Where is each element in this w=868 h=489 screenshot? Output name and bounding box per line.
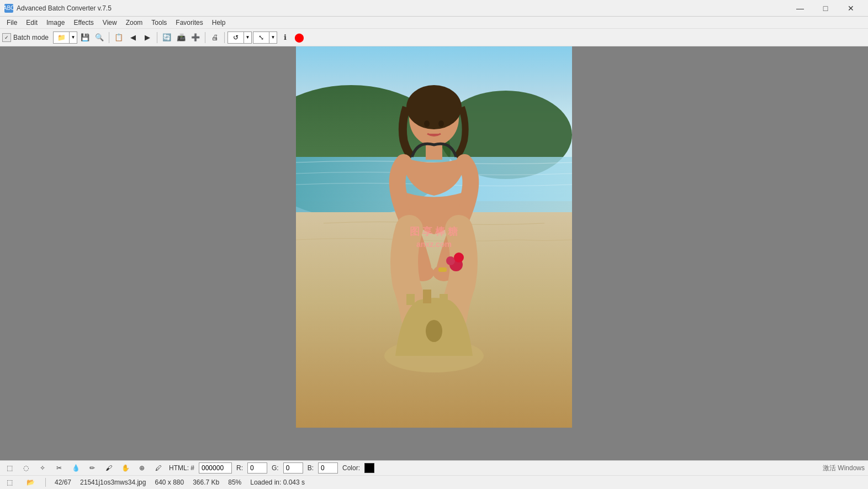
r-label: R: xyxy=(236,464,243,472)
svg-point-6 xyxy=(406,85,462,129)
image-filename: 21541j1os3mws34.jpg xyxy=(80,479,146,486)
menu-zoom[interactable]: Zoom xyxy=(121,17,147,28)
toolbar: ✓ Batch mode 📁 ▼ 💾 🔍 📋 ◀ ▶ 🔄 📠 ➕ 🖨 ↺ ▼ ⤡… xyxy=(0,29,868,46)
tool-lasso[interactable]: ◌ xyxy=(20,462,32,474)
batch-mode-checkbox[interactable]: ✓ xyxy=(2,33,11,42)
title-bar: ABC Advanced Batch Converter v.7.5 — □ ✕ xyxy=(0,0,868,17)
tool-eyedropper[interactable]: 💧 xyxy=(70,462,82,474)
svg-point-13 xyxy=(446,256,455,265)
app-icon: ABC xyxy=(4,4,13,13)
next-button[interactable]: ▶ xyxy=(141,31,154,44)
folder-icon: 📁 xyxy=(54,31,69,44)
svg-point-20 xyxy=(426,320,442,342)
html-value-input[interactable] xyxy=(199,462,232,474)
toolbar-sep-4 xyxy=(224,32,225,43)
image-display: 图 享 棒 糖 anxz.com xyxy=(296,46,572,428)
svg-rect-18 xyxy=(423,290,431,303)
tool-select[interactable]: ⬚ xyxy=(3,462,15,474)
title-bar-left: ABC Advanced Batch Converter v.7.5 xyxy=(4,4,112,13)
copy-button[interactable]: 📋 xyxy=(112,31,125,44)
image-zoom: 85% xyxy=(228,479,241,486)
status-sep-1 xyxy=(45,478,46,487)
transform-dropdown[interactable]: ⤡ ▼ xyxy=(253,31,277,44)
maximize-button[interactable]: □ xyxy=(813,0,838,17)
color-swatch xyxy=(364,463,374,473)
toolbar-sep-2 xyxy=(157,32,157,43)
image-svg xyxy=(296,46,572,428)
transform-dropdown-arrow: ▼ xyxy=(269,31,277,44)
status-bar: ⬚ ◌ ✧ ✂ 💧 ✏ 🖌 ✋ ⊕ 🖊 HTML: # R: G: B: Col… xyxy=(0,460,868,489)
menu-edit[interactable]: Edit xyxy=(22,17,42,28)
menu-view[interactable]: View xyxy=(98,17,121,28)
tool-brush[interactable]: 🖌 xyxy=(103,462,115,474)
folder-dropdown[interactable]: 📁 ▼ xyxy=(53,31,77,44)
image-container: 图 享 棒 糖 anxz.com xyxy=(296,46,572,428)
image-index: 42/67 xyxy=(55,479,71,486)
save-button[interactable]: 💾 xyxy=(78,31,92,44)
menu-bar: File Edit Image Effects View Zoom Tools … xyxy=(0,17,868,29)
rotate-dropdown-arrow: ▼ xyxy=(244,31,251,44)
image-loaded: Loaded in: 0.043 s xyxy=(250,479,305,486)
image-filesize: 366.7 Kb xyxy=(193,479,219,486)
g-label: G: xyxy=(272,464,279,472)
tool-pen[interactable]: 🖊 xyxy=(152,462,165,474)
refresh-button[interactable]: 🔄 xyxy=(160,31,173,44)
status-bar-bottom: ⬚ 📂 42/67 21541j1os3mws34.jpg 640 x 880 … xyxy=(0,476,868,489)
minimize-button[interactable]: — xyxy=(787,0,813,17)
menu-effects[interactable]: Effects xyxy=(69,17,98,28)
app-title: Advanced Batch Converter v.7.5 xyxy=(17,4,112,12)
scan-button[interactable]: 📠 xyxy=(174,31,188,44)
color-label: Color: xyxy=(342,464,360,472)
tool-hand[interactable]: ✋ xyxy=(119,462,131,474)
batch-mode-area: ✓ Batch mode xyxy=(2,33,49,42)
tool-pencil[interactable]: ✏ xyxy=(86,462,98,474)
toolbar-sep-1 xyxy=(109,32,109,43)
transform-icon: ⤡ xyxy=(253,31,269,44)
stop-button[interactable]: ⬤ xyxy=(293,31,306,44)
menu-tools[interactable]: Tools xyxy=(147,17,171,28)
svg-point-7 xyxy=(424,120,430,127)
batch-mode-label: Batch mode xyxy=(13,34,49,41)
menu-favorites[interactable]: Favorites xyxy=(171,17,207,28)
main-canvas: 图 享 棒 糖 anxz.com xyxy=(0,46,868,460)
html-label: HTML: # xyxy=(169,464,194,472)
image-dimensions: 640 x 880 xyxy=(155,479,184,486)
status-tool-1[interactable]: ⬚ xyxy=(3,476,15,488)
tool-crop[interactable]: ✂ xyxy=(53,462,65,474)
close-button[interactable]: ✕ xyxy=(838,0,864,17)
svg-point-14 xyxy=(454,253,464,262)
rotate-dropdown[interactable]: ↺ ▼ xyxy=(227,31,252,44)
menu-image[interactable]: Image xyxy=(42,17,69,28)
svg-rect-15 xyxy=(438,267,447,272)
g-value-input[interactable] xyxy=(283,462,303,474)
toolbar-sep-3 xyxy=(205,32,205,43)
activate-text: 激活 Windows xyxy=(823,464,865,473)
b-value-input[interactable] xyxy=(318,462,338,474)
svg-rect-19 xyxy=(440,294,448,305)
rotate-icon: ↺ xyxy=(228,31,244,44)
menu-file[interactable]: File xyxy=(2,17,22,28)
plus-button[interactable]: ➕ xyxy=(189,31,202,44)
svg-point-8 xyxy=(438,120,444,127)
svg-rect-17 xyxy=(406,294,415,305)
info-button[interactable]: ℹ xyxy=(278,31,292,44)
print-button[interactable]: 🖨 xyxy=(208,31,221,44)
r-value-input[interactable] xyxy=(247,462,267,474)
menu-help[interactable]: Help xyxy=(208,17,230,28)
title-bar-controls: — □ ✕ xyxy=(787,0,864,17)
tool-zoom-tool[interactable]: ⊕ xyxy=(136,462,148,474)
status-bar-top: ⬚ ◌ ✧ ✂ 💧 ✏ 🖌 ✋ ⊕ 🖊 HTML: # R: G: B: Col… xyxy=(0,461,868,476)
b-label: B: xyxy=(308,464,314,472)
status-tool-2[interactable]: 📂 xyxy=(24,476,36,488)
folder-dropdown-arrow: ▼ xyxy=(69,31,77,44)
browse-button[interactable]: 🔍 xyxy=(93,31,106,44)
tool-magic[interactable]: ✧ xyxy=(36,462,49,474)
prev-button[interactable]: ◀ xyxy=(126,31,140,44)
